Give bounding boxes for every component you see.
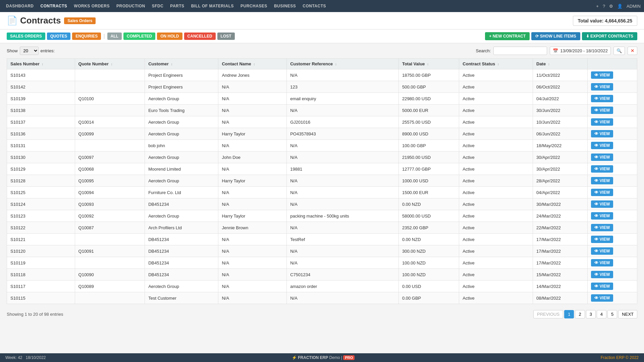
cell-view[interactable]: 👁 VIEW — [588, 105, 637, 116]
clear-button[interactable]: ✕ — [628, 47, 637, 55]
cell-sales-number: S10118 — [7, 269, 75, 281]
view-button[interactable]: 👁 VIEW — [591, 189, 613, 196]
cell-customer: Test Customer — [145, 292, 218, 304]
filter-lost[interactable]: LOST — [217, 33, 235, 40]
settings-icon[interactable]: ⚙ — [609, 4, 613, 9]
cell-sales-number: S10131 — [7, 140, 75, 152]
view-button[interactable]: 👁 VIEW — [591, 107, 613, 114]
page-3-button[interactable]: 3 — [586, 310, 596, 318]
cell-quote-number — [75, 292, 145, 304]
export-contracts-button[interactable]: ⬇ EXPORT CONTRACTS — [582, 32, 637, 40]
nav-contracts[interactable]: CONTRACTS — [38, 0, 70, 12]
view-button[interactable]: 👁 VIEW — [591, 165, 613, 173]
filter-cancelled[interactable]: CANCELLED — [184, 33, 216, 40]
view-button[interactable]: 👁 VIEW — [591, 130, 613, 137]
cell-view[interactable]: 👁 VIEW — [588, 234, 637, 245]
nav-works-orders[interactable]: WORKS ORDERS — [71, 0, 112, 12]
col-customer-reference[interactable]: Customer Reference ↕ — [287, 59, 399, 69]
view-button[interactable]: 👁 VIEW — [591, 142, 613, 149]
view-button[interactable]: 👁 VIEW — [591, 271, 613, 278]
nav-contacts[interactable]: CONTACTS — [300, 0, 329, 12]
cell-view[interactable]: 👁 VIEW — [588, 198, 637, 210]
cell-value: 0.00 NZD — [398, 234, 459, 245]
table-row: S10131 bob john N/A N/A 100.00 GBP Activ… — [7, 140, 637, 152]
cell-view[interactable]: 👁 VIEW — [588, 69, 637, 81]
col-date[interactable]: Date ↕ — [533, 59, 588, 69]
search-button[interactable]: 🔍 — [613, 47, 625, 55]
cell-view[interactable]: 👁 VIEW — [588, 292, 637, 304]
next-page-button[interactable]: NEXT — [618, 310, 637, 318]
view-button[interactable]: 👁 VIEW — [591, 95, 613, 102]
new-contract-button[interactable]: + NEW CONTRACT — [485, 32, 530, 40]
cell-view[interactable]: 👁 VIEW — [588, 81, 637, 93]
nav-dashboard[interactable]: DASHBOARD — [3, 0, 37, 12]
cell-view[interactable]: 👁 VIEW — [588, 140, 637, 152]
cell-view[interactable]: 👁 VIEW — [588, 222, 637, 234]
filter-on-hold[interactable]: ON HOLD — [157, 33, 182, 40]
cell-view[interactable]: 👁 VIEW — [588, 281, 637, 292]
cell-view[interactable]: 👁 VIEW — [588, 163, 637, 175]
table-header-row: Sales Number ↕ Quote Number ↕ Customer ↕… — [7, 59, 637, 69]
cell-view[interactable]: 👁 VIEW — [588, 245, 637, 257]
cell-sales-number: S10122 — [7, 222, 75, 234]
nav-parts[interactable]: PARTS — [167, 0, 187, 12]
user-icon[interactable]: 👤 — [617, 4, 623, 9]
sales-orders-badge[interactable]: Sales Orders — [64, 17, 96, 24]
col-total-value[interactable]: Total Value ↕ — [398, 59, 459, 69]
cell-view[interactable]: 👁 VIEW — [588, 269, 637, 281]
cell-quote-number — [75, 105, 145, 116]
view-button[interactable]: 👁 VIEW — [591, 154, 613, 161]
page-5-button[interactable]: 5 — [607, 310, 617, 318]
view-button[interactable]: 👁 VIEW — [591, 200, 613, 208]
show-line-items-button[interactable]: ⟳ SHOW LINE ITEMS — [531, 32, 580, 40]
nav-bill-of-materials[interactable]: BILL OF MATERIALS — [189, 0, 236, 12]
page-2-button[interactable]: 2 — [575, 310, 585, 318]
view-button[interactable]: 👁 VIEW — [591, 236, 613, 243]
cell-customer: DB451234 — [145, 198, 218, 210]
add-icon[interactable]: + — [596, 4, 599, 9]
cell-status: Active — [459, 163, 533, 175]
search-input[interactable] — [493, 47, 547, 55]
col-contact-name[interactable]: Contact Name ↕ — [218, 59, 287, 69]
cell-view[interactable]: 👁 VIEW — [588, 128, 637, 140]
nav-purchases[interactable]: PURCHASES — [238, 0, 270, 12]
view-button[interactable]: 👁 VIEW — [591, 247, 613, 255]
help-icon[interactable]: ? — [603, 4, 605, 9]
filter-all[interactable]: ALL — [107, 33, 122, 40]
table-row: S10115 Test Customer N/A N/A 0.00 GBP Ac… — [7, 292, 637, 304]
cell-view[interactable]: 👁 VIEW — [588, 93, 637, 105]
filter-enquiries[interactable]: ENQUIRIES — [72, 33, 101, 40]
view-button[interactable]: 👁 VIEW — [591, 224, 613, 231]
cell-view[interactable]: 👁 VIEW — [588, 175, 637, 187]
nav-business[interactable]: BUSINESS — [271, 0, 299, 12]
view-button[interactable]: 👁 VIEW — [591, 71, 613, 79]
col-customer[interactable]: Customer ↕ — [145, 59, 218, 69]
cell-view[interactable]: 👁 VIEW — [588, 210, 637, 222]
filter-sales-orders[interactable]: SALES ORDERS — [7, 33, 45, 40]
view-button[interactable]: 👁 VIEW — [591, 212, 613, 220]
filter-completed[interactable]: COMPLETED — [123, 33, 155, 40]
page-4-button[interactable]: 4 — [597, 310, 606, 318]
view-button[interactable]: 👁 VIEW — [591, 294, 613, 302]
view-button[interactable]: 👁 VIEW — [591, 283, 613, 290]
cell-view[interactable]: 👁 VIEW — [588, 116, 637, 128]
col-quote-number[interactable]: Quote Number ↕ — [75, 59, 145, 69]
page-1-button[interactable]: 1 — [564, 310, 574, 318]
view-button[interactable]: 👁 VIEW — [591, 177, 613, 184]
view-button[interactable]: 👁 VIEW — [591, 118, 613, 126]
cell-customer: Aerotech Group — [145, 210, 218, 222]
entries-select[interactable]: 10 20 50 100 — [20, 47, 39, 55]
cell-view[interactable]: 👁 VIEW — [588, 187, 637, 198]
nav-sfdc[interactable]: SFDC — [149, 0, 166, 12]
cell-view[interactable]: 👁 VIEW — [588, 257, 637, 269]
view-button[interactable]: 👁 VIEW — [591, 83, 613, 90]
view-button[interactable]: 👁 VIEW — [591, 259, 613, 266]
filter-quotes[interactable]: QUOTES — [47, 33, 71, 40]
prev-page-button[interactable]: PREVIOUS — [533, 310, 563, 318]
cell-reference: N/A — [287, 152, 399, 163]
col-sales-number[interactable]: Sales Number ↕ — [7, 59, 75, 69]
cell-view[interactable]: 👁 VIEW — [588, 152, 637, 163]
calendar-icon: 📅 — [553, 48, 558, 53]
col-contract-status[interactable]: Contract Status ↕ — [459, 59, 533, 69]
nav-production[interactable]: PRODUCTION — [114, 0, 148, 12]
